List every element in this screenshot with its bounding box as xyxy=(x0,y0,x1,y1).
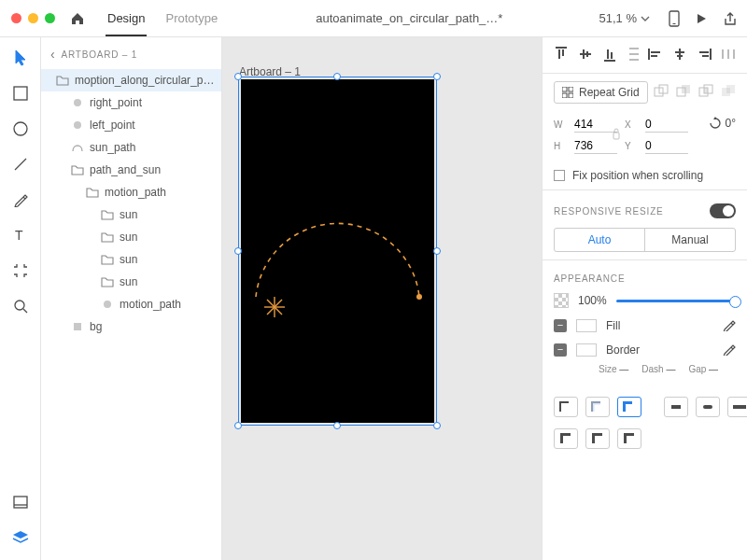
layer-row[interactable]: sun xyxy=(41,248,221,271)
lock-aspect-icon[interactable] xyxy=(612,128,621,141)
responsive-resize-header: RESPONSIVE RESIZE xyxy=(554,206,664,217)
resize-handle[interactable] xyxy=(234,247,242,255)
svg-point-14 xyxy=(104,301,111,308)
layer-row[interactable]: moption_along_circular_pa… xyxy=(41,69,221,91)
cap-square-icon[interactable] xyxy=(727,397,747,417)
zoom-control[interactable]: 51,1 % xyxy=(599,11,650,25)
pen-tool[interactable] xyxy=(11,190,30,209)
svg-rect-21 xyxy=(556,47,567,49)
svg-rect-37 xyxy=(675,51,684,53)
align-hcenter-icon[interactable] xyxy=(672,47,687,62)
layers-breadcrumb[interactable]: ARTBOARD – 1 xyxy=(61,49,137,60)
bool-intersect-icon[interactable] xyxy=(698,84,713,102)
opacity-swatch[interactable] xyxy=(554,293,569,308)
x-input[interactable] xyxy=(645,117,688,133)
zoom-tool[interactable] xyxy=(11,297,30,315)
resize-manual[interactable]: Manual xyxy=(644,229,735,251)
layers-panel-icon[interactable] xyxy=(11,528,30,547)
layer-row[interactable]: motion_path xyxy=(41,293,221,315)
back-chevron-icon[interactable]: ‹ xyxy=(50,47,55,62)
layer-row[interactable]: right_point xyxy=(41,91,221,114)
device-preview-icon[interactable] xyxy=(669,10,680,27)
responsive-toggle[interactable] xyxy=(710,203,736,218)
join-miter-icon[interactable] xyxy=(554,428,578,449)
maximize-window[interactable] xyxy=(45,13,55,23)
svg-rect-36 xyxy=(679,49,681,60)
stroke-inner-icon[interactable] xyxy=(554,397,578,417)
resize-handle[interactable] xyxy=(333,73,341,80)
join-round-icon[interactable] xyxy=(585,428,610,449)
join-bevel-icon[interactable] xyxy=(617,428,641,449)
assets-panel-icon[interactable] xyxy=(11,493,30,511)
opacity-slider[interactable] xyxy=(616,300,736,302)
layer-row[interactable]: sun xyxy=(41,271,221,293)
play-preview-icon[interactable] xyxy=(695,12,708,25)
fill-label: Fill xyxy=(606,319,620,332)
resize-handle[interactable] xyxy=(333,422,341,429)
close-window[interactable] xyxy=(11,13,21,23)
fix-position-checkbox[interactable] xyxy=(554,170,565,181)
border-label: Border xyxy=(606,343,640,357)
align-top-icon[interactable] xyxy=(554,47,569,62)
svg-rect-44 xyxy=(733,49,735,59)
share-icon[interactable] xyxy=(723,11,738,26)
align-vcenter-icon[interactable] xyxy=(578,47,593,62)
svg-rect-15 xyxy=(74,323,81,330)
border-swatch[interactable] xyxy=(576,343,597,357)
resize-mode-segment[interactable]: Auto Manual xyxy=(554,228,736,252)
tab-design[interactable]: Design xyxy=(106,0,147,36)
fix-position-label: Fix position when scrolling xyxy=(572,169,703,182)
resize-handle[interactable] xyxy=(433,422,441,429)
resize-handle[interactable] xyxy=(433,73,441,80)
stroke-outer-icon[interactable] xyxy=(617,397,641,417)
layer-row[interactable]: sun xyxy=(41,226,221,248)
y-input[interactable] xyxy=(645,138,688,154)
rectangle-tool[interactable] xyxy=(11,84,30,103)
canvas[interactable]: Artboard – 1 xyxy=(222,37,542,560)
align-left-icon[interactable] xyxy=(648,47,663,62)
eyedropper-icon[interactable] xyxy=(723,343,736,358)
home-icon[interactable] xyxy=(68,9,87,28)
eyedropper-icon[interactable] xyxy=(723,318,736,334)
repeat-grid-button[interactable]: Repeat Grid xyxy=(554,81,648,104)
resize-handle[interactable] xyxy=(234,422,242,429)
rotation-control[interactable]: 0° xyxy=(709,117,736,130)
resize-handle[interactable] xyxy=(433,247,441,255)
select-tool[interactable] xyxy=(11,49,30,67)
layer-row[interactable]: bg xyxy=(41,315,221,338)
distribute-h-icon[interactable] xyxy=(721,47,736,62)
bool-add-icon[interactable] xyxy=(654,84,669,102)
stroke-size-label: Size xyxy=(599,364,616,374)
layer-row[interactable]: path_and_sun xyxy=(41,159,221,181)
resize-auto[interactable]: Auto xyxy=(555,229,644,251)
svg-rect-57 xyxy=(726,85,735,93)
layer-label: sun xyxy=(120,275,137,288)
layer-row[interactable]: sun_path xyxy=(41,136,221,159)
line-tool[interactable] xyxy=(11,155,30,174)
bool-exclude-icon[interactable] xyxy=(721,84,736,102)
minimize-window[interactable] xyxy=(28,13,38,23)
cap-butt-icon[interactable] xyxy=(664,397,688,417)
layers-panel[interactable]: ‹ ARTBOARD – 1 moption_along_circular_pa… xyxy=(41,37,222,560)
artboard-tool[interactable] xyxy=(11,261,30,280)
layer-row[interactable]: motion_path xyxy=(41,181,221,203)
layer-row[interactable]: left_point xyxy=(41,114,221,136)
opacity-value[interactable]: 100% xyxy=(578,294,607,307)
cap-round-icon[interactable] xyxy=(696,397,720,417)
remove-fill-button[interactable]: − xyxy=(554,319,567,332)
remove-border-button[interactable]: − xyxy=(554,343,567,357)
ellipse-tool[interactable] xyxy=(11,119,30,138)
align-bottom-icon[interactable] xyxy=(602,47,617,62)
align-right-icon[interactable] xyxy=(697,47,712,62)
layer-row[interactable]: sun xyxy=(41,203,221,226)
resize-handle[interactable] xyxy=(234,73,242,80)
window-controls[interactable] xyxy=(11,13,55,23)
stroke-center-icon[interactable] xyxy=(585,397,610,417)
inspector-panel[interactable]: Repeat Grid W X H Y 0° xyxy=(542,37,747,560)
distribute-v-icon[interactable] xyxy=(627,47,641,62)
text-tool[interactable]: T xyxy=(11,226,30,245)
svg-rect-38 xyxy=(677,55,683,57)
bool-subtract-icon[interactable] xyxy=(676,84,691,102)
tab-prototype[interactable]: Prototype xyxy=(163,0,219,36)
fill-swatch[interactable] xyxy=(576,319,597,332)
